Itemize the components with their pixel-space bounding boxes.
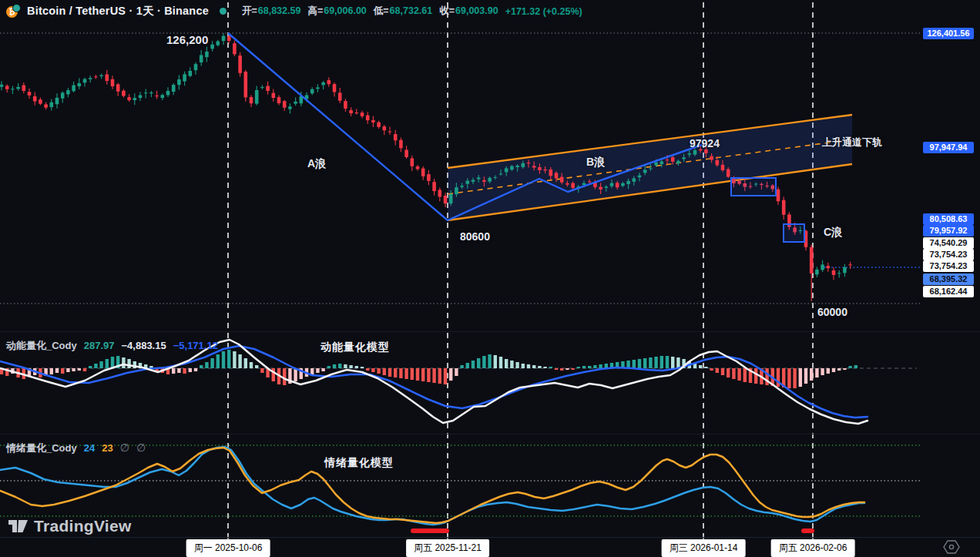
- candle-body: [394, 134, 398, 140]
- candle-body: [582, 183, 586, 185]
- momentum-histogram-bar: [832, 368, 835, 372]
- candle-body: [55, 98, 59, 104]
- time-axis-label: 周一 2025-10-06: [186, 539, 270, 557]
- momentum-histogram-bar: [555, 368, 558, 370]
- candle-body: [432, 182, 436, 191]
- ohlc-values: 开=68,832.59 高=69,006.00 低=68,732.61 收=69…: [242, 5, 582, 18]
- tradingview-logo[interactable]: TradingView: [8, 517, 132, 535]
- candle-body: [99, 75, 103, 76]
- momentum-histogram-bar: [560, 368, 563, 371]
- candle-body: [205, 52, 209, 57]
- candles: [0, 33, 852, 301]
- candle-body: [649, 168, 653, 169]
- candle-body: [682, 157, 686, 159]
- momentum-histogram-bar: [527, 364, 530, 368]
- candle-body: [716, 160, 720, 166]
- annotation-wave-b-peak-label: 97924: [690, 137, 720, 149]
- momentum-histogram-bar: [577, 367, 580, 368]
- candle-body: [149, 92, 153, 93]
- candle-body: [654, 163, 658, 166]
- candle-body: [549, 169, 553, 176]
- momentum-histogram-bar: [666, 356, 669, 368]
- sentiment-indicator-title[interactable]: 情绪量化_Cody: [6, 441, 77, 455]
- momentum-histogram-bar: [421, 368, 425, 381]
- candle-body: [616, 183, 619, 187]
- momentum-indicator-title[interactable]: 动能量化_Cody: [6, 339, 77, 353]
- momentum-histogram-bar: [671, 357, 674, 368]
- time-axis-label: 周五 2026-02-06: [771, 539, 855, 557]
- momentum-histogram-bar: [78, 368, 81, 371]
- channel-fill: [448, 115, 852, 220]
- chart-canvas[interactable]: [0, 0, 980, 557]
- candle-body: [399, 140, 403, 149]
- candle-body: [515, 166, 519, 167]
- market-status-dot-icon[interactable]: [220, 8, 227, 15]
- low-label: 低=: [374, 5, 389, 16]
- price-axis-label: 74,540.29: [923, 237, 974, 249]
- candle-body: [605, 186, 609, 188]
- candle-body: [522, 163, 525, 167]
- candle-body: [610, 183, 614, 186]
- momentum-histogram-bar: [106, 359, 109, 368]
- candle-body: [144, 92, 148, 93]
- momentum-histogram-bar: [200, 365, 203, 368]
- candle-body: [404, 149, 408, 157]
- momentum-histogram-bar: [799, 368, 802, 387]
- momentum-histogram-bar: [355, 366, 358, 368]
- momentum-histogram-bar: [716, 368, 719, 373]
- sentiment-indicator-header[interactable]: 情绪量化_Cody 24 23 ∅ ∅: [6, 441, 146, 455]
- momentum-histogram-bar: [588, 366, 591, 368]
- candle-body: [72, 86, 76, 92]
- momentum-indicator-header[interactable]: 动能量化_Cody 287.97 −4,883.15 −5,171.12: [6, 339, 218, 353]
- candle-body: [327, 80, 331, 84]
- candle-body: [449, 194, 453, 203]
- price-axis-label: 79,957.92: [923, 225, 974, 237]
- momentum-histogram-bar: [488, 354, 491, 368]
- momentum-histogram-bar: [344, 364, 347, 368]
- momentum-histogram-bar: [821, 368, 824, 375]
- candle-body: [499, 173, 503, 174]
- momentum-histogram-bar: [371, 368, 374, 372]
- candle-body: [411, 158, 414, 166]
- momentum-histogram-bar: [238, 354, 241, 368]
- momentum-histogram-bar: [260, 368, 263, 373]
- bitcoin-icon: ₿: [6, 4, 21, 18]
- open-value: 68,832.59: [258, 5, 301, 16]
- momentum-histogram-bar: [566, 368, 569, 370]
- momentum-histogram-bar: [338, 364, 341, 368]
- momentum-histogram-bar: [72, 368, 75, 371]
- candle-body: [821, 264, 824, 270]
- candle-body: [815, 270, 819, 274]
- low-value: 68,732.61: [390, 5, 433, 16]
- momentum-histogram-bar: [482, 356, 485, 368]
- momentum-histogram-bar: [599, 364, 602, 368]
- candle-body: [477, 177, 481, 179]
- candle-body: [827, 266, 831, 268]
- momentum-histogram-bar: [466, 363, 469, 368]
- symbol-title[interactable]: Bitcoin / TetherUS · 1天 · Binance: [27, 4, 209, 18]
- annotation-peak-price-label: 126,200: [166, 33, 208, 46]
- momentum-value-3: −5,171.12: [173, 340, 218, 351]
- candle-body: [260, 87, 264, 88]
- sentiment-orange-line: [0, 448, 864, 523]
- candle-body: [555, 173, 559, 178]
- momentum-histogram-bar: [710, 368, 713, 371]
- candle-body: [333, 84, 337, 92]
- candle-body: [288, 106, 292, 109]
- momentum-histogram-bar: [394, 368, 397, 377]
- candle-body: [676, 161, 680, 163]
- momentum-histogram-bar: [283, 368, 286, 385]
- momentum-histogram-bar: [827, 368, 830, 374]
- momentum-histogram-bar: [233, 351, 236, 368]
- momentum-histogram-bar: [404, 368, 408, 379]
- candle-body: [510, 166, 514, 170]
- consolidation-box: [784, 224, 804, 242]
- annotation-wave-b-label: B浪: [586, 156, 605, 169]
- candle-body: [638, 176, 642, 178]
- annotation-channel-lower-rail-label: 上升通道下轨: [822, 136, 882, 149]
- momentum-histogram-bar: [515, 362, 519, 368]
- momentum-histogram-bar: [510, 361, 513, 368]
- time-axis-divider: [0, 537, 980, 538]
- axis-settings-icon[interactable]: [943, 539, 960, 555]
- candle-body: [127, 97, 131, 100]
